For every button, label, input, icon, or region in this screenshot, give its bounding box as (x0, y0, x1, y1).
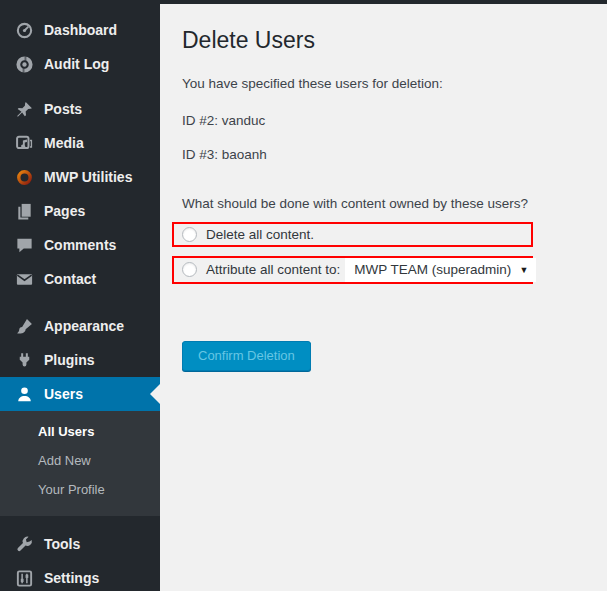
sidebar-item-label: Media (44, 135, 84, 151)
gauge-icon (14, 20, 34, 40)
submenu-item-your-profile[interactable]: Your Profile (0, 475, 160, 504)
attribute-content-option[interactable]: Attribute all content to: MWP TEAM (supe… (174, 258, 531, 282)
sidebar-item-appearance[interactable]: Appearance (0, 309, 160, 343)
audit-log-icon (14, 54, 34, 74)
user-line: ID #2: vanduc (182, 112, 587, 131)
settings-sliders-icon (14, 568, 34, 588)
sidebar-item-posts[interactable]: Posts (0, 92, 160, 126)
brush-icon (14, 316, 34, 336)
annotation-box-attribute-option: Attribute all content to: MWP TEAM (supe… (172, 256, 533, 284)
sidebar-item-label: Posts (44, 101, 82, 117)
content-question-text: What should be done with content owned b… (182, 196, 587, 211)
sidebar-item-audit-log[interactable]: Audit Log (0, 47, 160, 81)
users-icon (14, 384, 34, 404)
attribute-user-select[interactable]: MWP TEAM (superadmin) ▼ (345, 258, 536, 282)
attribute-content-radio[interactable] (182, 262, 197, 277)
submenu-item-all-users[interactable]: All Users (0, 417, 160, 446)
plug-icon (14, 350, 34, 370)
select-value: MWP TEAM (superadmin) (354, 262, 511, 277)
mwp-utilities-ring-icon (14, 167, 34, 187)
delete-all-content-radio[interactable] (182, 227, 197, 242)
sidebar-item-label: Appearance (44, 318, 124, 334)
admin-sidebar: Dashboard Audit Log Posts Media MWP Util… (0, 0, 160, 591)
sidebar-item-media[interactable]: Media (0, 126, 160, 160)
users-submenu: All Users Add New Your Profile (0, 411, 160, 516)
sidebar-item-label: Dashboard (44, 22, 117, 38)
sidebar-item-comments[interactable]: Comments (0, 228, 160, 262)
sidebar-item-settings[interactable]: Settings (0, 561, 160, 591)
sidebar-item-plugins[interactable]: Plugins (0, 343, 160, 377)
confirm-deletion-button[interactable]: Confirm Deletion (182, 341, 311, 371)
pages-icon (14, 201, 34, 221)
sidebar-item-label: Settings (44, 570, 99, 586)
deletion-intro-text: You have specified these users for delet… (182, 76, 587, 91)
user-line: ID #3: baoanh (182, 146, 587, 165)
active-menu-notch (150, 384, 160, 404)
wrench-icon (14, 534, 34, 554)
select-caret-icon: ▼ (519, 265, 528, 275)
sidebar-item-label: Pages (44, 203, 85, 219)
submenu-item-add-new[interactable]: Add New (0, 446, 160, 475)
delete-all-content-option[interactable]: Delete all content. (174, 224, 531, 245)
media-icon (14, 133, 34, 153)
sidebar-item-label: MWP Utilities (44, 169, 132, 185)
sidebar-item-label: Users (44, 386, 83, 402)
sidebar-item-dashboard[interactable]: Dashboard (0, 13, 160, 47)
main-content: Delete Users You have specified these us… (160, 0, 607, 591)
pushpin-icon (14, 99, 34, 119)
sidebar-item-label: Tools (44, 536, 80, 552)
sidebar-item-label: Audit Log (44, 56, 109, 72)
sidebar-item-label: Comments (44, 237, 116, 253)
envelope-icon (14, 269, 34, 289)
option-label: Attribute all content to: (206, 262, 340, 277)
sidebar-item-label: Contact (44, 271, 96, 287)
comment-bubble-icon (14, 235, 34, 255)
sidebar-item-users[interactable]: Users (0, 377, 160, 411)
annotation-box-delete-option: Delete all content. (172, 222, 533, 247)
sidebar-item-mwp-utilities[interactable]: MWP Utilities (0, 160, 160, 194)
page-title: Delete Users (182, 26, 587, 56)
sidebar-item-pages[interactable]: Pages (0, 194, 160, 228)
sidebar-item-label: Plugins (44, 352, 95, 368)
sidebar-item-contact[interactable]: Contact (0, 262, 160, 296)
sidebar-item-tools[interactable]: Tools (0, 527, 160, 561)
option-label: Delete all content. (206, 227, 314, 242)
